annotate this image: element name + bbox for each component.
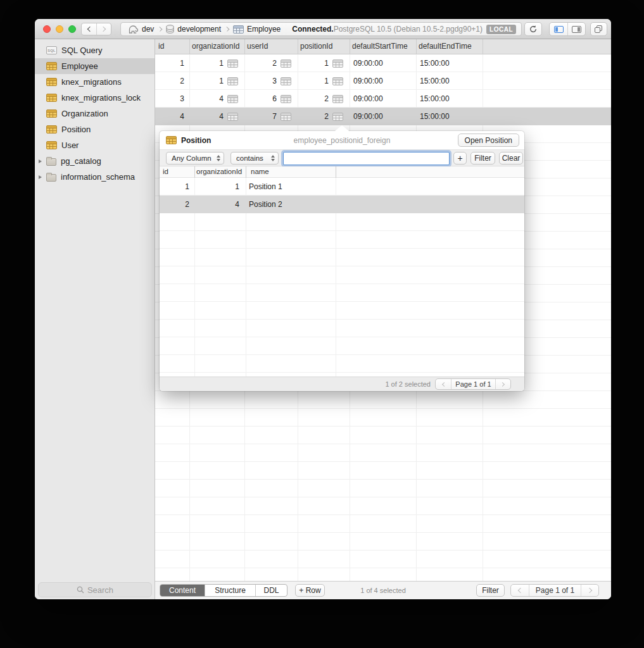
connection-status: Connected.: [292, 25, 333, 34]
cell-defaultstarttime: 09:00:00: [353, 94, 383, 103]
sidebar: SQL SQL Query Employee knex_migrations k…: [35, 39, 155, 599]
filter-button[interactable]: Filter: [476, 584, 505, 597]
cell-id: 4: [180, 112, 184, 121]
filter-column-select[interactable]: Any Column: [166, 152, 224, 165]
table-icon: [233, 25, 244, 34]
table-icon: [46, 125, 57, 134]
table-row-selected[interactable]: 4 4 7 2 09:00:00 15:00:00: [155, 108, 611, 125]
sidebar-item-information-schema[interactable]: information_schema: [35, 169, 155, 185]
foreign-key-table-icon[interactable]: [332, 77, 343, 85]
column-header-positionid[interactable]: positionId: [300, 42, 332, 51]
cell-defaultendtime: 15:00:00: [420, 94, 450, 103]
breadcrumb-label: dev: [142, 25, 154, 34]
pager: Page 1 of 1: [510, 584, 599, 597]
add-row-button[interactable]: + Row: [295, 584, 325, 597]
open-position-button[interactable]: Open Position: [458, 134, 519, 147]
foreign-key-table-icon[interactable]: [332, 59, 343, 68]
sidebar-search[interactable]: Search: [38, 582, 152, 597]
popover-table-row[interactable]: 1 1 Position 1: [160, 178, 524, 196]
breadcrumb-item-table[interactable]: Employee: [230, 25, 283, 34]
sidebar-item-knex-migrations[interactable]: knex_migrations: [35, 74, 155, 90]
foreign-key-table-icon[interactable]: [227, 59, 238, 68]
filter-value-input[interactable]: [283, 152, 450, 165]
cell-name: Position 2: [249, 200, 282, 209]
tab-ddl[interactable]: DDL: [255, 585, 287, 596]
column-header-id[interactable]: id: [163, 168, 168, 175]
chevron-left-icon: [441, 382, 446, 386]
filter-column-value: Any Column: [172, 154, 212, 162]
table-icon: [46, 94, 57, 102]
column-header-userid[interactable]: userId: [247, 42, 268, 51]
foreign-key-table-icon[interactable]: [281, 59, 291, 68]
foreign-key-table-icon[interactable]: [332, 95, 343, 103]
column-header-defaultendtime[interactable]: defaultEndTime: [419, 42, 472, 51]
foreign-key-table-icon[interactable]: [281, 95, 291, 103]
prev-page-button[interactable]: [511, 585, 529, 596]
popover-next-page-button[interactable]: [495, 379, 510, 389]
back-button[interactable]: [82, 23, 96, 35]
cell-id: 2: [185, 200, 189, 209]
breadcrumb-item-server[interactable]: dev: [126, 25, 156, 34]
popover-arrow: [335, 125, 349, 131]
breadcrumb-item-database[interactable]: development: [163, 25, 224, 34]
sidebar-item-label: information_schema: [61, 172, 135, 182]
column-header-name[interactable]: name: [251, 168, 269, 175]
folder-icon: [46, 174, 56, 182]
folder-icon: [46, 158, 56, 166]
column-header-organizationid[interactable]: organizationId: [192, 42, 239, 51]
popover-table-row-selected[interactable]: 2 4 Position 2: [160, 196, 524, 213]
sidebar-item-sql-query[interactable]: SQL SQL Query: [35, 42, 155, 58]
sidebar-item-knex-migrations-lock[interactable]: knex_migrations_lock: [35, 90, 155, 106]
foreign-key-table-icon[interactable]: [227, 77, 238, 85]
popover-prev-page-button[interactable]: [436, 379, 451, 389]
add-filter-button[interactable]: +: [453, 152, 467, 165]
popover-table-header: id organizationId name: [160, 166, 524, 178]
zoom-window-button[interactable]: [68, 25, 76, 33]
sidebar-item-user[interactable]: User: [35, 137, 155, 153]
minimize-window-button[interactable]: [56, 25, 63, 33]
next-page-button[interactable]: [581, 585, 598, 596]
disclosure-triangle-icon[interactable]: [39, 175, 42, 179]
table-icon: [46, 78, 57, 86]
column-header-defaultstarttime[interactable]: defaultStartTime: [352, 42, 408, 51]
sidebar-item-position[interactable]: Position: [35, 122, 155, 137]
sidebar-item-label: User: [61, 140, 79, 150]
cell-userid: 6: [272, 94, 277, 103]
foreign-key-table-icon[interactable]: [281, 77, 291, 85]
cell-defaultstarttime: 09:00:00: [353, 77, 383, 85]
filter-operator-select[interactable]: contains: [230, 152, 279, 165]
sidebar-item-label: Organization: [61, 109, 108, 118]
column-header-organizationid[interactable]: organizationId: [196, 168, 242, 175]
table-row[interactable]: 3 4 6 2 09:00:00 15:00:00: [155, 90, 611, 108]
foreign-key-table-icon[interactable]: [227, 95, 238, 103]
toggle-left-sidebar-button[interactable]: [550, 23, 567, 35]
reload-button[interactable]: [524, 22, 542, 36]
close-window-button[interactable]: [43, 25, 51, 33]
forward-button[interactable]: [96, 23, 111, 35]
popover-selection-status: 1 of 2 selected: [385, 380, 431, 388]
foreign-key-table-icon[interactable]: [281, 113, 291, 121]
chevron-right-icon: [500, 382, 505, 386]
new-window-button[interactable]: [590, 22, 607, 36]
tab-content[interactable]: Content: [160, 585, 205, 596]
sidebar-item-pg-catalog[interactable]: pg_catalog: [35, 153, 155, 169]
cell-id: 3: [180, 94, 184, 103]
panel-toggle-group: [549, 22, 586, 36]
sidebar-item-label: knex_migrations_lock: [61, 93, 141, 103]
tab-structure[interactable]: Structure: [205, 585, 255, 596]
select-stepper-icon: [271, 155, 275, 161]
popover-page-status: Page 1 of 1: [451, 379, 495, 389]
sidebar-item-organization[interactable]: Organization: [35, 106, 155, 122]
sidebar-item-employee[interactable]: Employee: [35, 58, 155, 74]
column-header-id[interactable]: id: [158, 42, 164, 51]
foreign-key-table-icon[interactable]: [227, 113, 238, 121]
chevron-right-icon: [101, 27, 106, 32]
disclosure-triangle-icon[interactable]: [39, 159, 42, 163]
clear-filter-button[interactable]: Clear: [499, 152, 523, 165]
foreign-key-table-icon[interactable]: [332, 113, 343, 121]
toggle-right-sidebar-button[interactable]: [567, 23, 585, 35]
table-header: id organizationId userId positionId defa…: [155, 39, 611, 54]
apply-filter-button[interactable]: Filter: [470, 152, 495, 165]
table-row[interactable]: 1 1 2 1 09:00:00 15:00:00: [155, 54, 611, 72]
table-row[interactable]: 2 1 3 1 09:00:00 15:00:00: [155, 72, 611, 90]
